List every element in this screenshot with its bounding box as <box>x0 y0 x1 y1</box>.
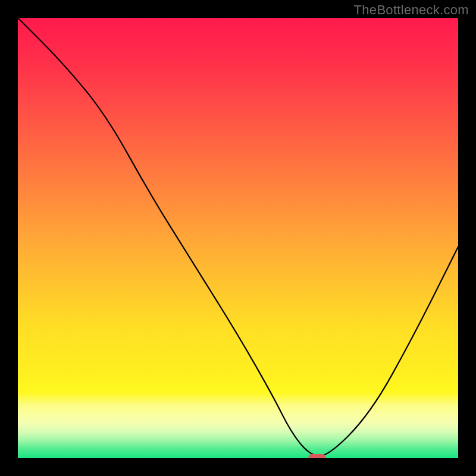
bottleneck-curve-path <box>18 18 458 456</box>
chart-plot-area <box>18 18 458 458</box>
chart-curve-svg <box>18 18 458 458</box>
optimum-marker <box>308 454 326 458</box>
watermark-text: TheBottleneck.com <box>354 2 469 18</box>
